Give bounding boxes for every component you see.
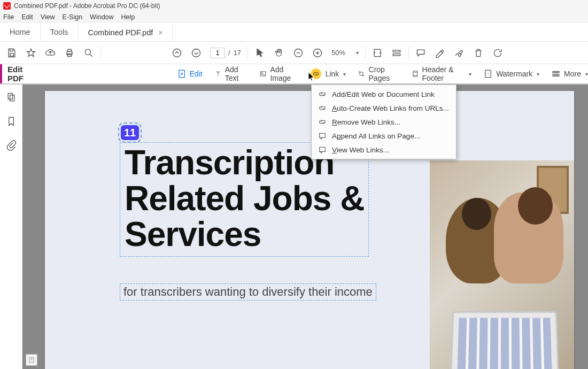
edit-pdf-title: Edit PDF [0,65,38,83]
attachment-icon[interactable] [6,140,17,152]
menu-esign[interactable]: E-Sign [63,13,83,21]
crop-label: Crop Pages [369,65,400,82]
zoom-caret-icon[interactable]: ▾ [356,50,359,56]
cloud-upload-icon[interactable] [45,48,56,58]
crop-tool[interactable]: Crop Pages [358,65,399,82]
print-icon[interactable] [64,48,75,58]
close-icon[interactable]: × [158,28,163,37]
tab-tools[interactable]: Tools [41,22,79,41]
add-text-tool[interactable]: Add Text [214,65,248,82]
page-up-icon[interactable] [172,48,182,58]
fit-width-icon[interactable] [372,48,383,58]
svg-rect-3 [68,53,72,56]
header-footer-tool[interactable]: Header & Footer ▾ [412,65,471,82]
menu-append-links[interactable]: Append All Links on Page... [312,129,456,143]
svg-rect-9 [374,49,381,56]
watermark-label: Watermark [496,70,532,78]
svg-rect-27 [320,133,326,137]
window-title: Combined PDF.pdf - Adobe Acrobat Pro DC … [14,2,160,10]
rotate-icon[interactable] [492,48,503,58]
svg-rect-18 [553,72,554,73]
svg-rect-20 [558,72,559,73]
menu-add-edit-link[interactable]: Add/Edit Web or Document Link [312,87,456,101]
page-size-icon[interactable] [26,354,37,366]
main-toolbar: / 17 50% ▾ [0,42,588,64]
more-label: More [564,70,581,78]
zoom-in-icon[interactable] [312,48,323,58]
trash-icon[interactable] [473,48,484,58]
chevron-down-icon: ▾ [585,71,588,77]
highlight-icon[interactable] [435,48,445,58]
svg-rect-16 [413,71,417,76]
menu-view[interactable]: View [41,13,55,21]
thumbnails-icon[interactable] [6,92,17,104]
star-icon[interactable] [26,48,36,58]
svg-point-6 [192,49,200,57]
svg-rect-19 [555,72,557,73]
tab-home-label: Home [10,28,30,36]
chevron-down-icon: ▾ [537,71,539,77]
headline-text-box[interactable]: Transcription Related Jobs & Services [120,142,369,257]
tab-document[interactable]: Combined PDF.pdf × [79,22,173,41]
page-image[interactable] [430,160,574,369]
toolbar-accent [0,64,2,83]
tab-tools-label: Tools [50,28,68,36]
document-canvas[interactable]: 11 Transcription Related Jobs & Services… [22,84,588,369]
svg-point-13 [181,73,182,75]
svg-rect-23 [558,75,559,76]
svg-rect-21 [553,75,554,76]
scroll-left-icon[interactable] [25,224,30,229]
sign-icon[interactable] [454,48,465,58]
menu-append-links-label: Append All Links on Page... [332,132,420,140]
person-right-shape [494,193,563,283]
svg-rect-11 [393,53,400,55]
watermark-tool[interactable]: Watermark ▾ [483,69,539,79]
menu-edit[interactable]: Edit [21,13,33,21]
menu-view-links-label: View Web Links... [332,146,389,154]
laptop-shape [450,311,560,369]
tab-home[interactable]: Home [0,22,41,41]
save-icon[interactable] [6,48,17,58]
menu-window[interactable]: Window [90,13,113,21]
pdf-page[interactable]: 11 Transcription Related Jobs & Services… [45,91,574,369]
zoom-value[interactable]: 50% [331,49,346,57]
svg-rect-24 [8,94,12,99]
page-current-input[interactable] [210,48,225,58]
link-tool[interactable]: Link ▾ [311,68,346,79]
mouse-cursor-icon [308,72,315,81]
more-tool[interactable]: More ▾ [551,69,588,79]
menu-remove-links-label: Remove Web Links... [332,118,400,126]
page-display-icon[interactable] [391,48,402,58]
hand-icon[interactable] [274,48,284,58]
page-down-icon[interactable] [191,48,202,58]
menu-file[interactable]: File [3,13,14,21]
add-image-tool[interactable]: Add Image [259,65,298,82]
bookmark-icon[interactable] [6,116,17,128]
page-total: 17 [234,49,241,57]
left-nav-rail [0,84,22,369]
comment-icon[interactable] [415,48,426,58]
badge-number[interactable]: 11 [121,125,139,140]
work-area: 11 Transcription Related Jobs & Services… [0,84,588,369]
subtitle-text: for transcribers wanting to diversify th… [123,285,373,299]
edit-tool[interactable]: Edit [177,69,203,79]
selection-arrow-icon[interactable] [254,48,265,58]
zoom-out-icon[interactable] [293,48,304,58]
menu-help[interactable]: Help [121,13,135,21]
svg-point-4 [85,49,90,55]
header-footer-label: Header & Footer [422,65,465,82]
menu-remove-links[interactable]: Remove Web Links... [312,115,456,129]
menu-view-links[interactable]: View Web Links... [312,143,456,157]
tabs-row: Home Tools Combined PDF.pdf × [0,22,588,42]
svg-rect-14 [261,72,266,76]
menu-auto-create-links[interactable]: Auto-Create Web Links from URLs... [312,101,456,115]
edit-tool-label: Edit [190,70,203,78]
subtitle-text-box[interactable]: for transcribers wanting to diversify th… [120,283,376,301]
svg-rect-2 [68,49,72,51]
menubar: File Edit View E-Sign Window Help [0,12,588,22]
tab-document-label: Combined PDF.pdf [88,28,153,37]
svg-rect-12 [179,70,184,78]
app-icon [3,2,11,10]
magnify-icon[interactable] [83,48,94,58]
titlebar: Combined PDF.pdf - Adobe Acrobat Pro DC … [0,0,588,12]
